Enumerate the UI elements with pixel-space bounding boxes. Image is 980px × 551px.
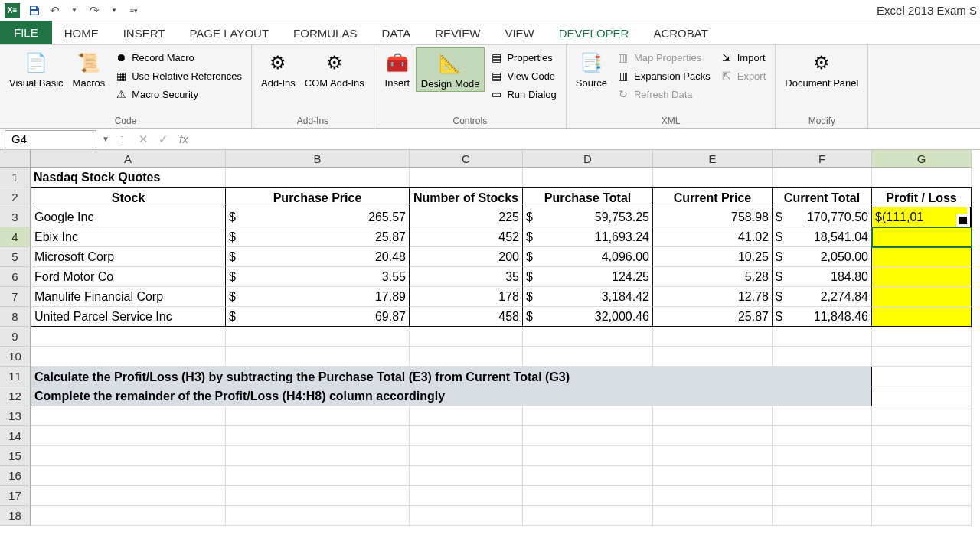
cell[interactable]	[872, 506, 972, 526]
cell-ptotal[interactable]: $59,753.25	[523, 207, 653, 227]
cell[interactable]	[872, 406, 972, 426]
expansion-packs-button[interactable]: ▥Expansion Packs	[615, 67, 712, 84]
tab-formulas[interactable]: FORMULAS	[281, 22, 369, 44]
cell[interactable]	[31, 506, 226, 526]
cell-stock[interactable]: Manulife Financial Corp	[31, 287, 226, 307]
row-header-10[interactable]: 10	[0, 347, 31, 367]
cell[interactable]	[31, 406, 226, 426]
redo-dd[interactable]: ▼	[106, 3, 122, 18]
col-header-e[interactable]: E	[653, 150, 773, 168]
insert-control-button[interactable]: 🧰 Insert	[379, 47, 416, 90]
cell-profit-loss[interactable]	[872, 267, 972, 287]
cell[interactable]	[872, 327, 972, 347]
cell[interactable]	[653, 168, 773, 187]
cell-num[interactable]: 178	[410, 287, 523, 307]
col-header-g[interactable]: G	[872, 150, 972, 168]
undo-dd[interactable]: ▼	[67, 3, 82, 18]
cell[interactable]	[31, 327, 226, 347]
cell[interactable]	[523, 347, 653, 367]
cell[interactable]	[773, 327, 872, 347]
cell[interactable]	[410, 506, 523, 526]
row-header-7[interactable]: 7	[0, 287, 31, 307]
cell[interactable]	[773, 347, 872, 367]
cell[interactable]	[523, 327, 653, 347]
cell-ptotal[interactable]: $3,184.42	[523, 287, 653, 307]
header-4[interactable]: Current Price	[653, 187, 773, 207]
cell-stock[interactable]: Microsoft Corp	[31, 247, 226, 267]
cell[interactable]	[773, 486, 872, 506]
cell[interactable]	[872, 367, 972, 386]
row-header-13[interactable]: 13	[0, 406, 31, 426]
tab-page-layout[interactable]: PAGE LAYOUT	[177, 22, 281, 44]
record-macro-button[interactable]: ⏺Record Macro	[113, 49, 243, 66]
cell[interactable]	[226, 347, 410, 367]
cell[interactable]	[872, 426, 972, 446]
cell[interactable]	[653, 406, 773, 426]
row-header-2[interactable]: 2	[0, 187, 31, 207]
cell-cprice[interactable]: 25.87	[653, 307, 773, 327]
cell[interactable]	[31, 466, 226, 486]
cell-profit-loss[interactable]	[872, 247, 972, 267]
cell[interactable]	[653, 466, 773, 486]
tab-developer[interactable]: DEVELOPER	[547, 22, 642, 44]
cell[interactable]	[653, 446, 773, 466]
cell[interactable]	[653, 506, 773, 526]
cell-cprice[interactable]: 41.02	[653, 227, 773, 247]
cell[interactable]	[523, 168, 653, 187]
cell-num[interactable]: 458	[410, 307, 523, 327]
cell-profit-loss[interactable]	[872, 227, 972, 247]
cell-cprice[interactable]: 10.25	[653, 247, 773, 267]
row-header-11[interactable]: 11	[0, 367, 31, 386]
view-code-button[interactable]: ▤View Code	[488, 67, 557, 84]
cell[interactable]	[653, 486, 773, 506]
tab-review[interactable]: REVIEW	[423, 22, 492, 44]
row-header-15[interactable]: 15	[0, 446, 31, 466]
cell[interactable]	[31, 347, 226, 367]
tab-acrobat[interactable]: ACROBAT	[641, 22, 720, 44]
cell[interactable]	[226, 466, 410, 486]
header-0[interactable]: Stock	[31, 187, 226, 207]
cell-stock[interactable]: Ford Motor Co	[31, 267, 226, 287]
cell[interactable]	[226, 168, 410, 187]
macro-security-button[interactable]: ⚠Macro Security	[113, 86, 243, 103]
cell[interactable]	[523, 486, 653, 506]
cell[interactable]	[773, 168, 872, 187]
row-header-4[interactable]: 4	[0, 227, 31, 247]
cell-num[interactable]: 35	[410, 267, 523, 287]
document-panel-button[interactable]: ⚙ Document Panel	[780, 47, 863, 90]
cell[interactable]	[410, 486, 523, 506]
cell-cprice[interactable]: 5.28	[653, 267, 773, 287]
cell[interactable]	[523, 406, 653, 426]
cell-num[interactable]: 225	[410, 207, 523, 227]
cell[interactable]	[410, 168, 523, 187]
row-header-18[interactable]: 18	[0, 506, 31, 526]
cell[interactable]	[31, 446, 226, 466]
macros-button[interactable]: 📜 Macros	[68, 47, 110, 90]
cell-ptotal[interactable]: $32,000.46	[523, 307, 653, 327]
cell[interactable]	[653, 347, 773, 367]
cell-price[interactable]: $265.57	[226, 207, 410, 227]
cell-a1[interactable]: Nasdaq Stock Quotes	[31, 168, 226, 187]
redo-button[interactable]: ↷	[87, 3, 102, 18]
cell[interactable]	[410, 327, 523, 347]
cell[interactable]	[31, 426, 226, 446]
cell-ptotal[interactable]: $11,693.24	[523, 227, 653, 247]
header-5[interactable]: Current Total	[773, 187, 872, 207]
cell[interactable]	[523, 426, 653, 446]
row-header-3[interactable]: 3	[0, 207, 31, 227]
cell-cprice[interactable]: 758.98	[653, 207, 773, 227]
cell-ctotal[interactable]: $2,050.00	[773, 247, 872, 267]
header-2[interactable]: Number of Stocks	[410, 187, 523, 207]
visual-basic-button[interactable]: 📄 Visual Basic	[5, 47, 68, 90]
properties-button[interactable]: ▤Properties	[488, 49, 557, 66]
cell[interactable]	[410, 347, 523, 367]
row-header-6[interactable]: 6	[0, 267, 31, 287]
col-header-d[interactable]: D	[523, 150, 653, 168]
cell-price[interactable]: $17.89	[226, 287, 410, 307]
cell[interactable]	[773, 506, 872, 526]
cell-ctotal[interactable]: $184.80	[773, 267, 872, 287]
cell-num[interactable]: 200	[410, 247, 523, 267]
undo-button[interactable]: ↶	[47, 3, 62, 18]
cell-profit-loss[interactable]: $(111,01	[872, 207, 972, 227]
addins-button[interactable]: ⚙ Add-Ins	[256, 47, 300, 90]
